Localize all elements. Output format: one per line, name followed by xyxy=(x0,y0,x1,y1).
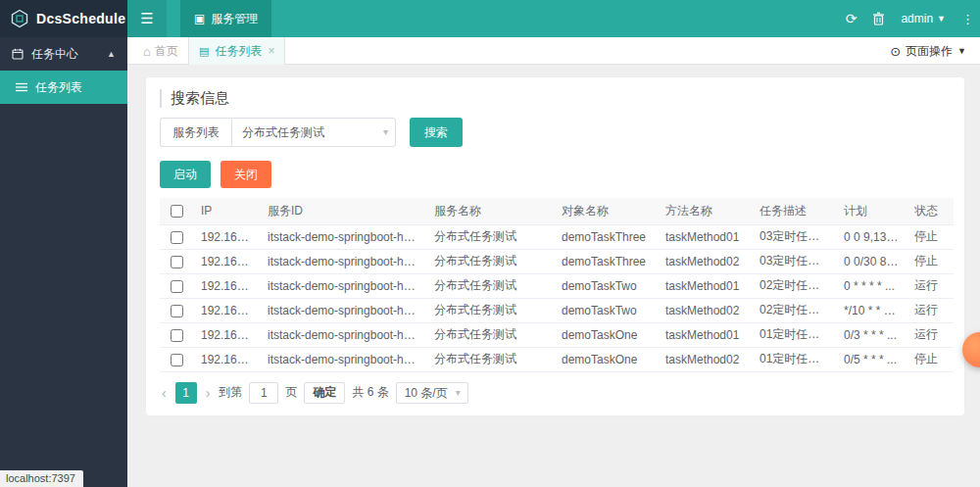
cell-method-name: taskMethod02 xyxy=(658,298,752,322)
col-header-service-name: 服务名称 xyxy=(426,198,554,224)
calendar-icon xyxy=(12,48,24,60)
cell-task-desc: 03定时任务... xyxy=(752,249,836,273)
topbar-right-tools: ⟳ admin ▼ ⋮ xyxy=(846,0,974,37)
page-operations-dropdown[interactable]: ⊙ 页面操作 ▼ xyxy=(890,37,966,65)
cell-status: 停止 xyxy=(906,347,954,371)
search-form: 服务列表 分布式任务测试 ▾ 搜索 xyxy=(160,118,951,147)
page-size-value: 10 条/页 xyxy=(405,386,448,400)
top-menu-service-management[interactable]: ▣ 服务管理 xyxy=(180,0,271,37)
cell-service-id: itstack-demo-springboot-helloworl... xyxy=(260,273,426,298)
sidebar-item-task-list[interactable]: 任务列表 xyxy=(0,71,127,104)
tabs-bar: ⌂ 首页 ▤ 任务列表 × ⊙ 页面操作 ▼ xyxy=(127,37,980,65)
cell-task-desc: 01定时任务... xyxy=(752,347,836,371)
cell-object-name: demoTaskThree xyxy=(554,249,658,273)
cell-task-desc: 03定时任务... xyxy=(752,224,836,249)
page-size-select[interactable]: 10 条/页 ▾ xyxy=(396,382,468,404)
cell-plan: */10 * * * ... xyxy=(836,298,906,322)
top-menu-label: 服务管理 xyxy=(211,11,258,27)
cell-ip: 192.168.1.101 xyxy=(193,322,260,347)
cell-method-name: taskMethod01 xyxy=(658,322,752,347)
chevron-down-icon: ▾ xyxy=(456,383,461,403)
page-number-input[interactable] xyxy=(249,382,278,404)
cell-ip: 192.168.1.101 xyxy=(193,273,260,298)
list-icon xyxy=(16,82,27,92)
close-button[interactable]: 关闭 xyxy=(220,161,271,188)
select-all-checkbox[interactable] xyxy=(171,205,183,218)
row-checkbox[interactable] xyxy=(171,231,183,244)
goto-label: 到第 xyxy=(219,384,242,401)
sidebar-group-label: 任务中心 xyxy=(31,46,78,63)
col-header-plan: 计划 xyxy=(836,198,906,224)
cell-plan: 0 0/30 8-... xyxy=(836,249,906,273)
cell-object-name: demoTaskOne xyxy=(554,322,658,347)
main-content: 搜索信息 服务列表 分布式任务测试 ▾ 搜索 启动 关闭 IP 服务ID xyxy=(127,65,980,487)
trash-icon[interactable] xyxy=(872,12,885,25)
page-operations-label: 页面操作 xyxy=(906,43,953,60)
cell-status: 运行 xyxy=(906,322,954,347)
user-name: admin xyxy=(901,12,933,25)
refresh-icon[interactable]: ⟳ xyxy=(846,12,858,25)
top-navbar: DcsSchedule ☰ ▣ 服务管理 ⟳ admin ▼ ⋮ xyxy=(0,0,980,37)
cell-plan: 0/5 * * * ... xyxy=(836,347,906,371)
chevron-down-icon: ▼ xyxy=(957,46,966,56)
row-checkbox[interactable] xyxy=(171,305,183,317)
service-module-icon: ▣ xyxy=(194,12,205,25)
cell-method-name: taskMethod01 xyxy=(658,273,752,298)
cell-service-name: 分布式任务测试 xyxy=(426,224,554,249)
cell-plan: 0 0 9,13 ... xyxy=(836,224,906,249)
table-row: 192.168.1.101 itstack-demo-springboot-he… xyxy=(160,298,954,322)
service-select-value: 分布式任务测试 xyxy=(242,125,324,139)
tab-close-icon[interactable]: × xyxy=(268,44,274,58)
task-table: IP 服务ID 服务名称 对象名称 方法名称 任务描述 计划 状态 192.16… xyxy=(160,198,954,372)
content-card: 搜索信息 服务列表 分布式任务测试 ▾ 搜索 启动 关闭 IP 服务ID xyxy=(145,76,965,416)
row-checkbox[interactable] xyxy=(171,329,183,342)
chevron-down-icon: ▼ xyxy=(937,14,946,24)
target-circle-icon: ⊙ xyxy=(890,44,901,59)
row-checkbox[interactable] xyxy=(171,280,183,293)
search-button[interactable]: 搜索 xyxy=(410,118,463,147)
confirm-page-button[interactable]: 确定 xyxy=(304,382,345,404)
row-checkbox[interactable] xyxy=(171,256,183,268)
tab-icon: ▤ xyxy=(199,45,209,58)
cell-object-name: demoTaskTwo xyxy=(554,273,658,298)
cell-plan: 0/3 * * * ... xyxy=(836,322,906,347)
pagination: ‹ 1 › 到第 页 确定 共 6 条 10 条/页 ▾ xyxy=(160,382,951,404)
tab-label: 任务列表 xyxy=(215,43,262,60)
breadcrumb-home[interactable]: ⌂ 首页 xyxy=(143,37,178,65)
more-options-icon[interactable]: ⋮ xyxy=(961,12,974,26)
cell-service-id: itstack-demo-springboot-helloworl... xyxy=(260,322,426,347)
col-header-task-desc: 任务描述 xyxy=(752,198,836,224)
cell-task-desc: 02定时任务... xyxy=(752,298,836,322)
app-title: DcsSchedule xyxy=(36,11,125,26)
cell-method-name: taskMethod02 xyxy=(658,347,752,371)
sidebar-group-task-center[interactable]: 任务中心 ▲ xyxy=(0,37,127,71)
browser-status-bar: localhost:7397 xyxy=(0,470,83,487)
start-button[interactable]: 启动 xyxy=(160,161,211,188)
cell-service-name: 分布式任务测试 xyxy=(426,298,554,322)
service-select[interactable]: 分布式任务测试 ▾ xyxy=(231,118,396,147)
tab-task-list[interactable]: ▤ 任务列表 × xyxy=(188,37,285,65)
cell-status: 停止 xyxy=(906,224,954,249)
col-header-ip: IP xyxy=(193,198,260,224)
table-header-row: IP 服务ID 服务名称 对象名称 方法名称 任务描述 计划 状态 xyxy=(160,198,954,224)
cell-task-desc: 02定时任务... xyxy=(752,273,836,298)
page-unit-label: 页 xyxy=(285,384,297,401)
sidebar-toggle-button[interactable]: ☰ xyxy=(127,0,167,37)
table-row: 192.168.1.101 itstack-demo-springboot-he… xyxy=(160,347,954,371)
app-logo: DcsSchedule xyxy=(0,0,127,37)
cell-object-name: demoTaskOne xyxy=(554,347,658,371)
cell-service-id: itstack-demo-springboot-helloworl... xyxy=(260,224,426,249)
cell-method-name: taskMethod01 xyxy=(658,224,752,249)
chevron-up-icon: ▲ xyxy=(107,49,116,59)
table-row: 192.168.1.101 itstack-demo-springboot-he… xyxy=(160,249,954,273)
cell-service-name: 分布式任务测试 xyxy=(426,273,554,298)
row-checkbox[interactable] xyxy=(171,354,183,366)
cell-status: 停止 xyxy=(906,249,954,273)
prev-page-icon[interactable]: ‹ xyxy=(160,385,169,401)
col-header-service-id: 服务ID xyxy=(260,198,426,224)
cell-service-id: itstack-demo-springboot-helloworl... xyxy=(260,249,426,273)
user-dropdown[interactable]: admin ▼ xyxy=(901,12,946,25)
current-page-button[interactable]: 1 xyxy=(175,382,197,404)
cell-service-id: itstack-demo-springboot-helloworl... xyxy=(260,347,426,371)
next-page-icon[interactable]: › xyxy=(204,385,213,401)
